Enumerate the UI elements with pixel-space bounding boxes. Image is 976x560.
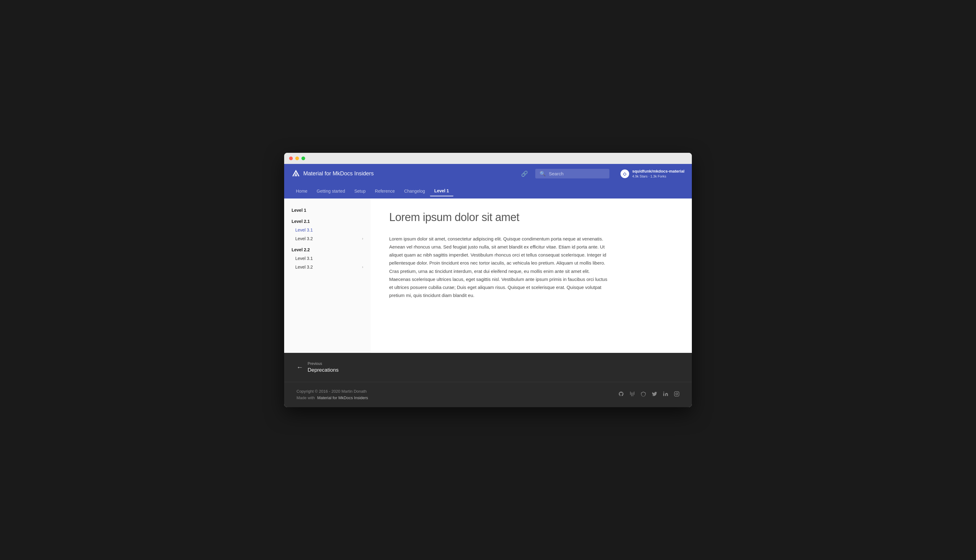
arrow-left-icon: ←: [297, 363, 303, 372]
browser-window: Material for MkDocs Insiders 🔗 🔍 ◇ squid…: [284, 153, 692, 407]
repo-icon: ◇: [621, 170, 629, 178]
navbar-nav: Home Getting started Setup Reference Cha…: [292, 184, 684, 198]
browser-chrome: [284, 153, 692, 164]
footer-prev-label: Previous: [308, 362, 339, 366]
search-box[interactable]: 🔍: [535, 169, 609, 178]
sidebar-level1[interactable]: Level 1: [284, 206, 370, 215]
brand-link[interactable]: Material for MkDocs Insiders: [292, 170, 374, 178]
fullscreen-dot[interactable]: [302, 157, 305, 160]
svg-rect-0: [630, 392, 631, 395]
sidebar: Level 1 Level 2.1 Level 3.1 Level 3.2 › …: [284, 198, 370, 353]
footer-bottom: Copyright © 2016 - 2020 Martin Donath Ma…: [284, 382, 692, 407]
page-title: Lorem ipsum dolor sit amet: [389, 211, 673, 224]
repo-stats: 4.9k Stars · 1.3k Forks: [632, 174, 684, 179]
footer: ← Previous Deprecations Copyright © 2016…: [284, 353, 692, 407]
svg-rect-5: [674, 392, 679, 397]
svg-point-4: [664, 392, 664, 393]
chevron-right-icon-2: ›: [362, 265, 363, 269]
gitter-icon[interactable]: [629, 391, 635, 398]
svg-rect-2: [633, 393, 634, 397]
copyright-text: Copyright © 2016 - 2020 Martin Donath: [297, 388, 368, 395]
nav-home[interactable]: Home: [292, 186, 312, 196]
pypi-icon[interactable]: [641, 391, 646, 398]
svg-rect-3: [634, 392, 634, 395]
main-layout: Level 1 Level 2.1 Level 3.1 Level 3.2 › …: [284, 198, 692, 353]
nav-level1[interactable]: Level 1: [430, 186, 453, 196]
footer-copyright: Copyright © 2016 - 2020 Martin Donath Ma…: [297, 388, 368, 401]
footer-nav: ← Previous Deprecations: [284, 353, 692, 382]
nav-setup[interactable]: Setup: [350, 186, 370, 196]
content-area: Lorem ipsum dolor sit amet Lorem ipsum d…: [370, 198, 692, 353]
github-icon[interactable]: [618, 391, 624, 398]
sidebar-level2-1[interactable]: Level 2.1: [284, 215, 370, 226]
brand-logo: [292, 170, 300, 178]
page-body: Lorem ipsum dolor sit amet, consectetur …: [389, 235, 612, 300]
sidebar-level3-2[interactable]: Level 3.2 ›: [284, 234, 370, 243]
nav-changelog[interactable]: Changelog: [400, 186, 429, 196]
close-dot[interactable]: [289, 157, 293, 160]
sidebar-level3-4[interactable]: Level 3.2 ›: [284, 263, 370, 272]
navbar-top: Material for MkDocs Insiders 🔗 🔍 ◇ squid…: [292, 164, 684, 184]
footer-prev-content: Previous Deprecations: [308, 362, 339, 373]
svg-point-6: [676, 393, 677, 395]
footer-prev-title: Deprecations: [308, 367, 339, 373]
minimize-dot[interactable]: [295, 157, 299, 160]
sidebar-level3-3[interactable]: Level 3.1: [284, 254, 370, 263]
svg-point-7: [677, 392, 678, 393]
instagram-icon[interactable]: [674, 391, 679, 398]
link-icon: 🔗: [521, 170, 528, 177]
sidebar-level3-4-label: Level 3.2: [295, 265, 313, 270]
nav-getting-started[interactable]: Getting started: [312, 186, 349, 196]
sidebar-level3-1-active[interactable]: Level 3.1: [284, 226, 370, 234]
search-icon: 🔍: [540, 171, 546, 177]
sidebar-level3-2-label: Level 3.2: [295, 236, 313, 241]
made-with-text: Made with Material for MkDocs Insiders: [297, 395, 368, 401]
footer-prev-link[interactable]: ← Previous Deprecations: [297, 362, 339, 373]
repo-text: squidfunk/mkdocs-material 4.9k Stars · 1…: [632, 168, 684, 179]
chevron-right-icon: ›: [362, 237, 363, 241]
svg-rect-1: [631, 393, 632, 397]
linkedin-icon[interactable]: [663, 391, 668, 398]
nav-reference[interactable]: Reference: [370, 186, 399, 196]
navbar: Material for MkDocs Insiders 🔗 🔍 ◇ squid…: [284, 164, 692, 198]
repo-name: squidfunk/mkdocs-material: [632, 168, 684, 174]
made-with-link[interactable]: Material for MkDocs Insiders: [317, 395, 368, 400]
sidebar-level2-2[interactable]: Level 2.2: [284, 243, 370, 254]
twitter-icon[interactable]: [652, 391, 657, 398]
brand-title: Material for MkDocs Insiders: [303, 170, 374, 177]
footer-social-icons: [618, 391, 679, 398]
search-input[interactable]: [549, 171, 605, 176]
repo-info: ◇ squidfunk/mkdocs-material 4.9k Stars ·…: [621, 168, 684, 179]
